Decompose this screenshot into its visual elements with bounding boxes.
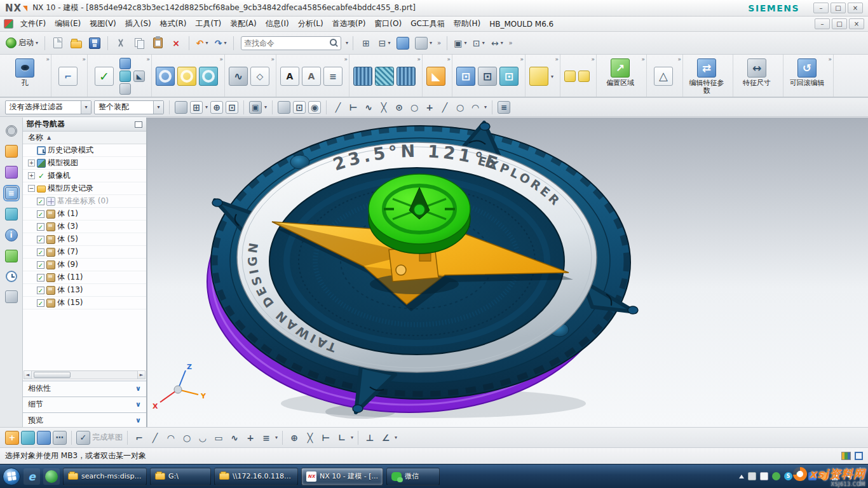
tree-item-body-15[interactable]: ✓ 体 (15) xyxy=(23,297,146,309)
move-face-icon[interactable]: ⊡ xyxy=(456,67,475,86)
model-3d-view[interactable]: TAIWAN DESIGN 23.5°N 121°E EXPLORER xyxy=(147,118,868,427)
draft-icon[interactable]: ◣ xyxy=(133,71,145,82)
menu-help[interactable]: 帮助(H) xyxy=(449,17,485,31)
toolbar-overflow[interactable]: » xyxy=(436,39,442,46)
mid-point-snap-icon[interactable]: ⊢ xyxy=(347,101,360,114)
show-hide-button[interactable]: ⊡▾ xyxy=(470,35,487,51)
web-browser-icon[interactable] xyxy=(5,250,18,262)
checkbox[interactable]: ✓ xyxy=(37,287,44,294)
save-button[interactable] xyxy=(86,35,103,51)
highlight-icon[interactable] xyxy=(175,101,187,114)
sketch-button[interactable]: ⌐ xyxy=(55,67,81,86)
removable-device-icon[interactable] xyxy=(760,472,768,480)
doc-close-button[interactable]: × xyxy=(849,18,864,29)
small-body-icon[interactable] xyxy=(564,71,576,82)
command-search-input[interactable] xyxy=(244,39,327,48)
new-file-button[interactable] xyxy=(50,35,66,51)
roles-gear-icon[interactable] xyxy=(6,125,17,137)
window-layout-button[interactable]: ⊞ xyxy=(358,35,374,51)
edit-feature-params-button[interactable]: ⇄ 编辑特征参数 xyxy=(687,58,726,95)
dimension-dropdown[interactable]: ▾ xyxy=(395,435,397,440)
shaded-view-button[interactable]: ▾ xyxy=(413,35,434,51)
group-overflow[interactable]: » xyxy=(219,56,223,62)
filter-face-icon[interactable]: ⊞ xyxy=(190,101,203,114)
bounding-body-icon[interactable] xyxy=(529,67,548,86)
rollback-edit-button[interactable]: ↺ 可回滚编辑 xyxy=(787,58,827,95)
menu-gc-toolbox[interactable]: GC工具箱 xyxy=(406,17,449,31)
menu-edit[interactable]: 编辑(E) xyxy=(50,17,85,31)
fillet-icon[interactable]: ◡ xyxy=(196,431,210,445)
tree-item-datum-csys[interactable]: ✓ 基准坐标系 (0) xyxy=(23,195,146,208)
tree-item-model-history[interactable]: − 模型历史记录 xyxy=(23,182,146,195)
finish-sketch-icon[interactable]: ✓ xyxy=(76,431,90,445)
start-button[interactable] xyxy=(3,468,20,485)
list-selection-icon[interactable]: ≡ xyxy=(498,101,510,114)
arc-center-snap-icon[interactable]: ⊙ xyxy=(393,101,405,114)
menu-file[interactable]: 文件(F) xyxy=(16,17,50,31)
scope-dropdown-arrow[interactable]: ▾ xyxy=(153,101,163,114)
tree-item-history-mode[interactable]: 历史记录模式 xyxy=(23,144,146,157)
hole-button[interactable]: 孔 xyxy=(5,58,44,95)
pull-face-icon[interactable]: ⊡ xyxy=(478,67,497,86)
process-studio-icon[interactable] xyxy=(5,290,18,303)
curve-dropdown[interactable]: ▾ xyxy=(275,435,278,440)
offset-region-button[interactable]: ↗ 偏置区域 xyxy=(600,58,640,95)
snap-cube-icon[interactable]: ⊡ xyxy=(293,101,306,114)
offset-curve-icon[interactable]: ≡ xyxy=(259,431,273,445)
text-icon[interactable]: A xyxy=(280,67,299,86)
browser-button[interactable] xyxy=(43,468,60,485)
group-overflow[interactable]: » xyxy=(46,56,50,62)
selection-filter-dropdown[interactable]: 没有选择过滤器 ▾ xyxy=(5,100,92,114)
through-curves-icon[interactable] xyxy=(375,67,394,86)
line-icon[interactable]: ╱ xyxy=(148,431,162,445)
open-button[interactable] xyxy=(68,35,85,51)
checkbox[interactable]: ✓ xyxy=(37,248,44,256)
checkbox[interactable]: ✓ xyxy=(37,210,44,218)
filter-edge-icon[interactable]: ⊕ xyxy=(210,101,223,114)
measure-button[interactable]: ↔▾ xyxy=(489,35,505,51)
history-palette-icon[interactable] xyxy=(6,271,17,282)
rectangle-icon[interactable]: ▭ xyxy=(212,431,226,445)
menu-hb-mould[interactable]: HB_MOULD M6.6 xyxy=(485,18,558,30)
delete-button[interactable]: × xyxy=(168,35,184,51)
expand-icon[interactable]: + xyxy=(28,172,35,179)
tree-item-body-13[interactable]: ✓ 体 (13) xyxy=(23,284,146,297)
internet-explorer-button[interactable]: e xyxy=(24,468,40,485)
point-on-face-snap-icon[interactable]: ○ xyxy=(454,101,466,114)
snap-sphere-icon[interactable]: ◉ xyxy=(308,101,321,114)
group-overflow[interactable]: » xyxy=(344,56,348,62)
pattern-feature-icon[interactable] xyxy=(119,58,131,69)
group-overflow[interactable]: » xyxy=(82,56,86,62)
feature-dimension-button[interactable]: ↔ 特征尺寸 xyxy=(737,58,776,95)
section-details[interactable]: 细节 ∨ xyxy=(23,396,146,411)
group-overflow[interactable]: » xyxy=(642,56,646,62)
ruled-icon[interactable]: ◇ xyxy=(250,67,269,86)
taskbar-window-wechat[interactable]: 微信 xyxy=(386,468,440,485)
toolbar-overflow[interactable]: » xyxy=(507,39,513,46)
minimize-button[interactable]: – xyxy=(813,3,829,13)
circle-icon[interactable]: ○ xyxy=(180,431,194,445)
expand-icon[interactable]: + xyxy=(28,159,35,166)
reuse-library-icon[interactable] xyxy=(5,208,18,220)
taskbar-window-network-share[interactable]: \\172.16.0.118\... xyxy=(214,468,298,485)
washer-icon[interactable] xyxy=(177,67,196,86)
group-overflow[interactable]: » xyxy=(447,56,451,62)
group-overflow[interactable]: » xyxy=(829,56,832,62)
intersection-point-icon[interactable]: ⊕ xyxy=(287,431,301,445)
checkbox[interactable]: ✓ xyxy=(37,261,44,269)
control-point-snap-icon[interactable]: ∿ xyxy=(362,101,375,114)
scroll-right-icon[interactable]: ► xyxy=(137,371,145,379)
tree-item-body-1[interactable]: ✓ 体 (1) xyxy=(23,208,146,220)
note-icon[interactable]: A xyxy=(302,67,321,86)
trim-dropdown[interactable]: ▾ xyxy=(351,435,353,440)
point-icon[interactable]: + xyxy=(243,431,257,445)
end-point-snap-icon[interactable]: ╱ xyxy=(332,101,344,114)
checkbox[interactable]: ✓ xyxy=(37,223,44,231)
selection-mode-dropdown[interactable]: ▾ xyxy=(264,104,267,110)
menu-analysis[interactable]: 分析(L) xyxy=(294,17,328,31)
menu-assemblies[interactable]: 装配(A) xyxy=(226,17,261,31)
bounding-body-dropdown[interactable]: ▾ xyxy=(551,74,553,79)
intersection-snap-icon[interactable]: ╳ xyxy=(377,101,390,114)
group-overflow[interactable]: » xyxy=(271,56,275,62)
filter-dropdown-arrow[interactable]: ▾ xyxy=(81,101,91,114)
